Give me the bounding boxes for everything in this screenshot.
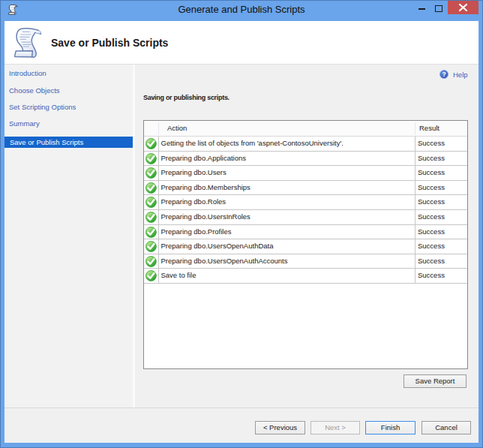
svg-text:?: ? xyxy=(442,71,446,78)
